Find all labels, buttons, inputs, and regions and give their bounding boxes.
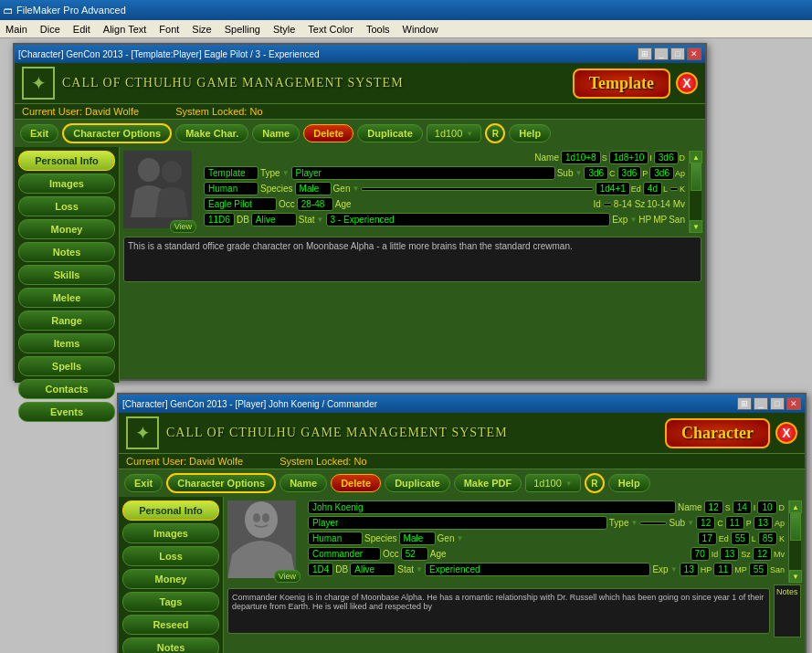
exit2-btn[interactable]: Exit bbox=[124, 474, 163, 492]
sidebar2-reseed[interactable]: Reseed bbox=[122, 615, 219, 635]
exp-label: Exp bbox=[612, 215, 627, 225]
db-label: DB bbox=[237, 215, 249, 225]
menu-style[interactable]: Style bbox=[268, 23, 301, 36]
help-btn[interactable]: Help bbox=[509, 124, 551, 142]
sidebar-events[interactable]: Events bbox=[18, 402, 115, 422]
sidebar2-notes[interactable]: Notes bbox=[122, 637, 219, 653]
stat-l-label: L bbox=[663, 184, 668, 194]
delete-btn[interactable]: Delete bbox=[303, 124, 353, 142]
win1-minimize-btn[interactable]: _ bbox=[654, 47, 669, 60]
sidebar-contacts[interactable]: Contacts bbox=[18, 379, 115, 399]
duplicate-btn[interactable]: Duplicate bbox=[357, 124, 423, 142]
description2-area: Commander Koenig is in charge of Moonbas… bbox=[227, 588, 770, 634]
name2-btn[interactable]: Name bbox=[279, 474, 327, 492]
scroll-track bbox=[690, 163, 701, 220]
menu-align[interactable]: Align Text bbox=[98, 23, 153, 36]
sidebar-images[interactable]: Images bbox=[18, 174, 115, 194]
win2-maximize-btn[interactable]: □ bbox=[770, 397, 785, 410]
scroll-down-btn[interactable]: ▼ bbox=[690, 220, 702, 233]
menu-size[interactable]: Size bbox=[186, 23, 216, 36]
description-area: This is a standard office grade characte… bbox=[123, 237, 701, 282]
template-badge: Template bbox=[573, 68, 670, 99]
sidebar2-images[interactable]: Images bbox=[122, 523, 219, 543]
sidebar-personal-info[interactable]: Personal Info bbox=[18, 151, 115, 171]
stats-area2: John Koenig Name 12 S 14 I 10 D bbox=[304, 500, 785, 583]
make-pdf-btn[interactable]: Make PDF bbox=[454, 474, 522, 492]
sidebar2-money[interactable]: Money bbox=[122, 569, 219, 589]
win2-restore-btn[interactable]: ⊞ bbox=[737, 397, 752, 410]
sub2-label: Sub bbox=[669, 518, 685, 528]
window2-title: [Character] GenCon 2013 - [Player] John … bbox=[122, 399, 377, 409]
menu-spelling[interactable]: Spelling bbox=[219, 23, 266, 36]
sidebar2-tags[interactable]: Tags bbox=[122, 592, 219, 612]
scroll-thumb[interactable] bbox=[691, 163, 701, 191]
stat2-label: Stat bbox=[397, 564, 414, 574]
occ2-row: Commander Occ 52 Age 70 Id 13 Sz 12 bbox=[308, 547, 785, 561]
sidebar-skills[interactable]: Skills bbox=[18, 265, 115, 285]
scroll-up-btn[interactable]: ▲ bbox=[690, 151, 702, 163]
sidebar-items[interactable]: Items bbox=[18, 333, 115, 353]
sidebar-money[interactable]: Money bbox=[18, 219, 115, 239]
sidebar2-personal[interactable]: Personal Info bbox=[122, 500, 219, 521]
app1-logo: ✦ Call of Cthulhu Game Management System bbox=[22, 67, 404, 100]
view2-btn[interactable]: View bbox=[274, 570, 301, 583]
menu-dice[interactable]: Dice bbox=[35, 23, 66, 36]
stat-k: K bbox=[670, 184, 685, 194]
logo2-star-icon: ✦ bbox=[126, 416, 159, 449]
menu-edit[interactable]: Edit bbox=[68, 23, 96, 36]
sidebar-loss[interactable]: Loss bbox=[18, 196, 115, 216]
sidebar-range[interactable]: Range bbox=[18, 311, 115, 331]
stat-i: 1d8+10 I bbox=[609, 151, 652, 164]
stat2-ap: 13 bbox=[754, 516, 773, 530]
view-btn[interactable]: View bbox=[170, 220, 196, 233]
menu-font[interactable]: Font bbox=[153, 23, 185, 36]
scroll2-down-btn[interactable]: ▼ bbox=[789, 570, 802, 583]
win2-close-btn[interactable]: ✕ bbox=[786, 397, 801, 410]
species-label: Species bbox=[260, 184, 293, 194]
age-value: 28-48 bbox=[297, 197, 333, 211]
window1-titlebar: [Character] GenCon 2013 - [Template:Play… bbox=[15, 45, 705, 63]
stat2-hp: 13 bbox=[680, 563, 699, 576]
menu-textcolor[interactable]: Text Color bbox=[302, 23, 359, 36]
gen2-label: Gen bbox=[438, 533, 455, 543]
make-char-btn[interactable]: Make Char. bbox=[175, 124, 248, 142]
win2-minimize-btn[interactable]: _ bbox=[754, 397, 768, 410]
menu-tools[interactable]: Tools bbox=[361, 23, 395, 36]
character-badge: Character bbox=[665, 418, 770, 448]
char-options-btn[interactable]: Character Options bbox=[62, 123, 172, 143]
sidebar-notes[interactable]: Notes bbox=[18, 242, 115, 262]
char2-image-container: View bbox=[227, 500, 301, 583]
menu-main[interactable]: Main bbox=[0, 23, 33, 36]
duplicate2-btn[interactable]: Duplicate bbox=[385, 474, 450, 492]
sidebar2-loss[interactable]: Loss bbox=[122, 546, 219, 566]
delete2-btn[interactable]: Delete bbox=[331, 474, 381, 492]
exit-btn[interactable]: Exit bbox=[20, 124, 58, 142]
r2-btn[interactable]: R bbox=[585, 473, 605, 493]
window2: [Character] GenCon 2013 - [Player] John … bbox=[117, 393, 807, 653]
sidebar-melee[interactable]: Melee bbox=[18, 288, 115, 308]
sidebar-spells[interactable]: Spells bbox=[18, 356, 115, 376]
scroll2-up-btn[interactable]: ▲ bbox=[789, 500, 802, 513]
dice2-dropdown[interactable]: 1d100 ▼ bbox=[525, 474, 581, 492]
stat-c-label: C bbox=[609, 169, 616, 178]
win1-restore-btn[interactable]: ⊞ bbox=[638, 47, 652, 60]
male2-value: Male bbox=[399, 532, 436, 545]
stat2-l: 55 bbox=[731, 532, 750, 545]
db2-row: 1D4 DB Alive Stat ▼ Experienced Exp ▼ 13… bbox=[308, 563, 785, 576]
stat2-ap-label: Ap bbox=[775, 519, 785, 528]
occ-value: Eagle Pilot bbox=[204, 197, 277, 211]
scroll2-thumb[interactable] bbox=[790, 513, 801, 541]
app2-system: System Locked: No bbox=[279, 456, 366, 467]
win1-close-btn[interactable]: ✕ bbox=[687, 47, 701, 60]
menu-window[interactable]: Window bbox=[397, 23, 444, 36]
r-btn[interactable]: R bbox=[485, 123, 505, 143]
win1-maximize-btn[interactable]: □ bbox=[670, 47, 685, 60]
app2-close-btn[interactable]: X bbox=[775, 422, 797, 444]
name-btn[interactable]: Name bbox=[252, 124, 300, 142]
app1-close-btn[interactable]: X bbox=[676, 72, 698, 94]
name2-row: John Koenig Name 12 S 14 I 10 D bbox=[308, 500, 785, 514]
dice-dropdown[interactable]: 1d100 ▼ bbox=[427, 124, 482, 142]
help2-btn[interactable]: Help bbox=[608, 474, 650, 492]
gen-label: Gen bbox=[333, 184, 351, 194]
char-options2-btn[interactable]: Character Options bbox=[166, 473, 276, 493]
